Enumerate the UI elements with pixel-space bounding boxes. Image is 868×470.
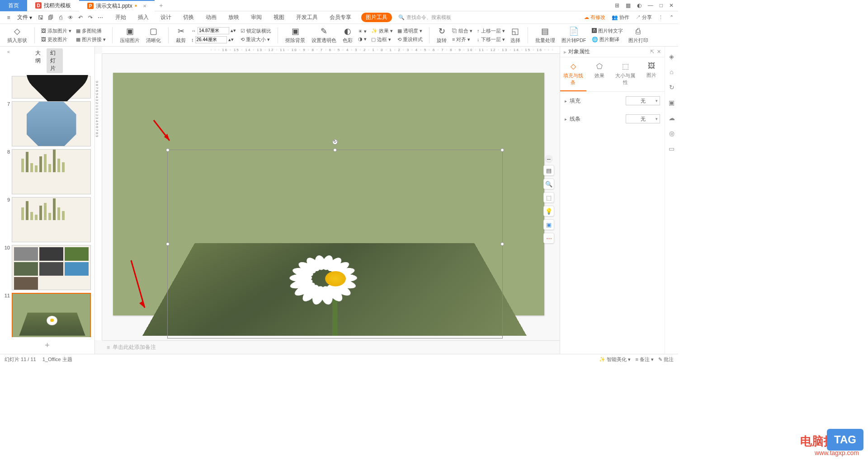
slide-thumb-11[interactable] bbox=[12, 293, 91, 337]
more-icon[interactable]: ⋯ bbox=[96, 14, 104, 22]
trans-color-button[interactable]: ✎设置透明色 bbox=[310, 26, 338, 44]
extract-text-button[interactable]: 🅰 图片转文字 bbox=[591, 27, 624, 35]
ai-icon[interactable]: ▣ bbox=[543, 219, 554, 230]
file-menu[interactable]: 文件 ▾ bbox=[14, 13, 35, 22]
fill-section[interactable]: ▸填充无 bbox=[560, 92, 665, 110]
close-tab-icon[interactable]: ✕ bbox=[143, 4, 146, 9]
align-button[interactable]: ≡ 对齐 ▾ bbox=[451, 36, 473, 43]
transparency-button[interactable]: ▦ 透明度 ▾ bbox=[396, 27, 424, 35]
redo-icon[interactable]: ↷ bbox=[86, 14, 94, 22]
save-as-icon[interactable]: 🗐 bbox=[47, 14, 55, 22]
command-search[interactable]: 🔍 查找命令、搜索模板 bbox=[398, 14, 451, 21]
collapse-ribbon-icon[interactable]: ⌃ bbox=[670, 14, 674, 20]
menu-review[interactable]: 审阅 bbox=[249, 13, 264, 22]
menu-insert[interactable]: 插入 bbox=[136, 13, 151, 22]
side-location-icon[interactable]: ◎ bbox=[669, 130, 675, 137]
slide-thumb-7[interactable] bbox=[12, 101, 91, 146]
reset-style-button[interactable]: ⟲ 重设样式 bbox=[396, 36, 424, 43]
line-select[interactable]: 无 bbox=[626, 114, 660, 123]
insert-shape-group[interactable]: ◇插入形状 bbox=[5, 26, 29, 44]
tab-document[interactable]: P演示文稿1.pptx•✕ bbox=[79, 0, 155, 11]
hamburger-icon[interactable]: ≡ bbox=[5, 14, 13, 22]
menu-design[interactable]: 设计 bbox=[159, 13, 173, 22]
compress-button[interactable]: ▣压缩图片 bbox=[118, 26, 142, 44]
side-home-icon[interactable]: ⌂ bbox=[670, 68, 673, 75]
clarity-button[interactable]: ▢清晰化 bbox=[144, 26, 163, 44]
multi-outline-button[interactable]: ▦ 多图轮播 bbox=[75, 27, 107, 35]
notes-area[interactable]: ≡单击此处添加备注 bbox=[102, 340, 560, 354]
rotate-handle[interactable] bbox=[332, 139, 338, 145]
bright-button[interactable]: ☀ ▾ bbox=[357, 28, 368, 35]
crop-tool-icon[interactable]: ⬚ bbox=[543, 192, 554, 203]
more-tools-icon[interactable]: ⋯ bbox=[543, 233, 554, 244]
menu-dev[interactable]: 开发工具 bbox=[294, 13, 320, 22]
line-section[interactable]: ▸线条无 bbox=[560, 110, 665, 128]
print-icon[interactable]: ⎙ bbox=[57, 14, 65, 22]
selection-box[interactable] bbox=[167, 150, 503, 338]
handle-e[interactable] bbox=[500, 242, 504, 246]
slide-thumb-9[interactable] bbox=[12, 197, 91, 242]
remove-bg-button[interactable]: ▣抠除背景 bbox=[283, 26, 307, 44]
slides-tab[interactable]: 幻灯片 bbox=[47, 48, 63, 73]
handle-ne[interactable] bbox=[500, 148, 504, 152]
menu-member[interactable]: 会员专享 bbox=[328, 13, 353, 22]
group-button[interactable]: ⿻ 组合 ▾ bbox=[451, 27, 473, 35]
batch-button[interactable]: ▤批量处理 bbox=[533, 26, 557, 44]
slide-canvas[interactable] bbox=[113, 73, 544, 315]
tab-fill-line[interactable]: ◇填充与线条 bbox=[560, 57, 586, 91]
tab-add[interactable]: + bbox=[155, 2, 167, 9]
outline-tab[interactable]: 大纲 bbox=[32, 48, 45, 73]
panel-drag-icon[interactable]: ▸ bbox=[564, 49, 566, 55]
close-icon[interactable]: ✕ bbox=[669, 2, 674, 9]
side-diamond-icon[interactable]: ◈ bbox=[669, 53, 674, 60]
handle-nw[interactable] bbox=[166, 148, 170, 152]
zoom-icon[interactable]: 🔍 bbox=[543, 179, 554, 189]
slide-thumb-10[interactable] bbox=[12, 245, 91, 290]
reset-size-button[interactable]: ⟲ 重设大小 ▾ bbox=[240, 36, 272, 43]
undo-icon[interactable]: ↶ bbox=[76, 14, 85, 22]
print-image-button[interactable]: ⎙图片打印 bbox=[627, 27, 650, 44]
contrast-button[interactable]: ◑ ▾ bbox=[357, 36, 368, 42]
menu-animation[interactable]: 动画 bbox=[204, 13, 218, 22]
idea-icon[interactable]: 💡 bbox=[543, 206, 554, 216]
menu-start[interactable]: 开始 bbox=[113, 13, 128, 22]
border-button[interactable]: ▢ 边框 ▾ bbox=[370, 36, 394, 43]
slide-thumb-8[interactable] bbox=[12, 149, 91, 194]
collapse-panel-icon[interactable]: « bbox=[4, 48, 14, 55]
preview-icon[interactable]: 👁 bbox=[66, 14, 75, 22]
menu-view[interactable]: 视图 bbox=[272, 13, 286, 22]
effect-button[interactable]: ✨ 效果 ▾ bbox=[370, 27, 394, 35]
side-book-icon[interactable]: ▭ bbox=[669, 145, 675, 152]
save-icon[interactable]: 🖫 bbox=[37, 14, 45, 22]
minimize-icon[interactable]: — bbox=[648, 2, 653, 9]
handle-n[interactable] bbox=[333, 148, 337, 152]
move-up-button[interactable]: ↑ 上移一层 ▾ bbox=[476, 27, 506, 35]
maximize-icon[interactable]: □ bbox=[660, 2, 663, 9]
unsaved-indicator[interactable]: ☁ 有修改 bbox=[584, 14, 605, 21]
layers-icon[interactable]: ▤ bbox=[543, 165, 554, 176]
menu-transition[interactable]: 切换 bbox=[181, 13, 196, 22]
tab-picture[interactable]: 🖼图片 bbox=[638, 57, 665, 91]
handle-w[interactable] bbox=[166, 242, 170, 246]
lock-ratio-checkbox[interactable]: ☑ 锁定纵横比 bbox=[240, 27, 272, 35]
side-layers-icon[interactable]: ▣ bbox=[669, 99, 675, 106]
layout-icon[interactable]: ⊞ bbox=[615, 2, 619, 9]
tab-templates[interactable]: D找稻壳模板 bbox=[27, 0, 79, 11]
select-button[interactable]: ◱选择 bbox=[509, 26, 522, 44]
side-cloud-icon[interactable]: ☁ bbox=[669, 114, 675, 122]
menu-slideshow[interactable]: 放映 bbox=[226, 13, 241, 22]
collapse-tools-icon[interactable]: – bbox=[545, 155, 552, 162]
picture-tools-tab[interactable]: 图片工具 bbox=[361, 13, 392, 22]
fill-select[interactable]: 无 bbox=[626, 96, 660, 105]
color-button[interactable]: ◐色彩 bbox=[341, 26, 354, 44]
tab-effect[interactable]: ⬠效果 bbox=[586, 57, 613, 91]
rotate-button[interactable]: ↻旋转 bbox=[435, 26, 448, 44]
share-button[interactable]: ↗ 分享 bbox=[636, 14, 652, 21]
tab-size[interactable]: ⬚大小与属性 bbox=[613, 57, 639, 91]
translate-button[interactable]: 🌐 图片翻译 bbox=[591, 36, 624, 43]
height-input[interactable]: ↕ ▴▾ bbox=[190, 36, 237, 44]
slide-thumb-6[interactable] bbox=[12, 76, 91, 99]
side-refresh-icon[interactable]: ↻ bbox=[669, 84, 675, 91]
beautify-button[interactable]: ✨ 智能美化 ▾ bbox=[599, 356, 631, 363]
tab-home[interactable]: 首页 bbox=[0, 0, 27, 11]
